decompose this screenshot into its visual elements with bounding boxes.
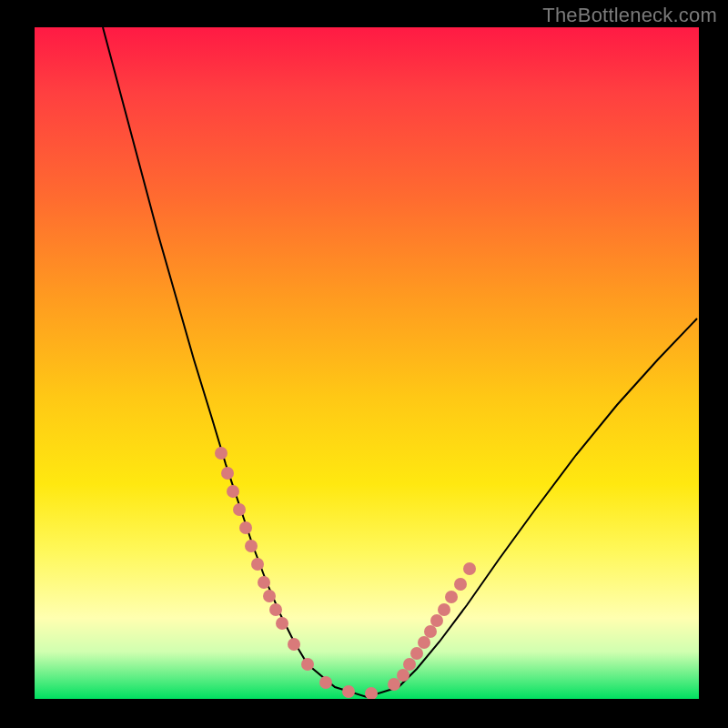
highlight-dot (258, 576, 270, 589)
figure-frame: TheBottleneck.com (0, 0, 728, 728)
highlight-dot (342, 685, 355, 698)
highlight-dot (410, 647, 423, 660)
highlight-dot (245, 540, 258, 552)
bottleneck-curve (103, 27, 697, 697)
highlight-dot (276, 617, 288, 630)
highlight-dot (397, 669, 410, 682)
highlight-dot (438, 603, 450, 616)
highlight-dot (301, 658, 314, 671)
plot-area (35, 27, 699, 699)
highlight-dot (463, 562, 476, 575)
highlight-dot (221, 467, 234, 480)
highlight-dot (319, 676, 332, 689)
highlight-dot (418, 636, 430, 649)
highlight-dot (227, 485, 239, 498)
highlight-dot (288, 638, 300, 651)
highlight-dot (430, 614, 443, 627)
highlight-dots-group (215, 447, 476, 699)
highlight-dot (403, 658, 416, 671)
highlight-dot (269, 603, 282, 616)
highlight-dot (251, 558, 264, 571)
highlight-dot (424, 625, 437, 638)
highlight-dot (215, 447, 228, 460)
highlight-dot (233, 503, 246, 516)
watermark-text: TheBottleneck.com (542, 4, 717, 27)
highlight-dot (388, 678, 400, 691)
highlight-dot (454, 578, 467, 591)
highlight-dot (263, 590, 276, 602)
highlight-dot (239, 521, 252, 534)
highlight-dot (445, 591, 458, 603)
curve-layer (35, 27, 699, 699)
highlight-dot (365, 687, 378, 699)
